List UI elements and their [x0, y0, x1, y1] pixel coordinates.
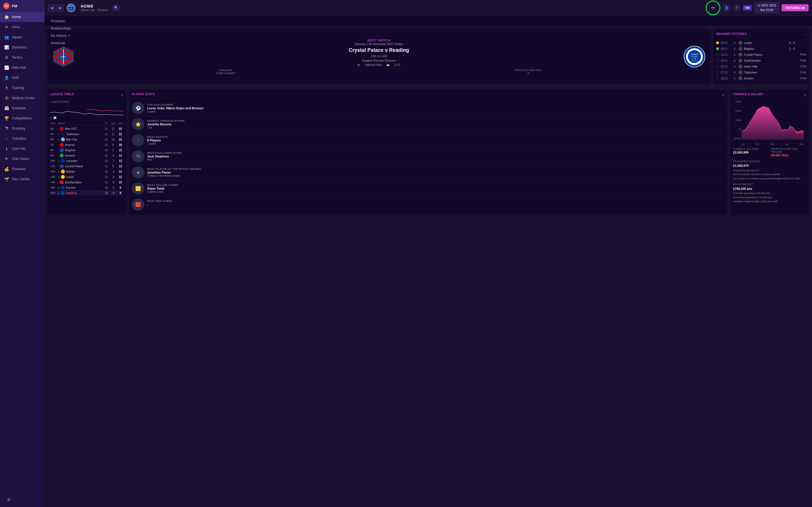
training-icon: 🏃 — [4, 86, 9, 91]
league-table-row[interactable]: 5th ▼ Tottenham 11 11 23 — [50, 131, 123, 137]
league-positions-label: League Positions — [50, 100, 123, 103]
stat-category: MOST ASSISTS — [147, 135, 406, 138]
player-stat-row[interactable]: 🟨 MOST YELLOW CARDS Dejan Tetek 6 yellow… — [132, 180, 406, 196]
sidebar-item-datahub[interactable]: 📈 Data Hub — [0, 62, 45, 73]
sidebar-label-scouting: Scouting — [12, 126, 41, 130]
table-position: 14th — [50, 181, 56, 184]
sidebar-item-staff[interactable]: 👤 Staff — [0, 73, 45, 83]
league-table-row[interactable]: 11th – Crystal Palace 11 0 12 — [50, 164, 123, 169]
table-position: 8th — [50, 149, 56, 152]
forward-button[interactable]: ▶ — [56, 4, 64, 11]
stat-info-6: MOST RED CARDS - - — [147, 200, 406, 209]
league-table-row[interactable]: 6th ▼ Man City 11 10 23 — [50, 137, 123, 142]
team-gd: -3 — [110, 170, 116, 173]
tab-relationships[interactable]: Relationships — [47, 25, 77, 32]
table-position: 10th — [50, 159, 56, 162]
player-stats-title[interactable]: PLAYER STATS — [132, 93, 155, 96]
league-table-row[interactable]: 13th ▲ Leeds 11 -4 12 — [50, 174, 123, 180]
sidebar-item-dynamics[interactable]: 📊 Dynamics — [0, 42, 45, 52]
main-content: CPFC NEXT MATCH Saturday 11th November 2… — [45, 26, 406, 253]
club-badge: READ ING FC 1871 — [66, 3, 76, 13]
stat-icon-0: ⚽ — [132, 102, 144, 114]
league-table-row[interactable]: 15th ▲ Everton 10 -2 9 — [50, 185, 123, 190]
table-position: 4th — [50, 127, 56, 130]
sidebar-item-competitions[interactable]: 🏆 Competitions — [0, 113, 45, 123]
player-stat-row[interactable]: ★ MOST PLAYER OF THE MATCH AWARDS Jonath… — [132, 165, 406, 180]
position-arrow: ▲ — [57, 186, 60, 189]
league-table-title[interactable]: LEAGUE TABLE — [50, 93, 74, 96]
sidebar-item-tactics[interactable]: ⚙ Tactics — [0, 52, 45, 62]
league-table-row[interactable]: 8th – Brighton 10 1 15 — [50, 148, 123, 153]
competitions-icon: 🏆 — [4, 116, 9, 121]
player-stat-row[interactable]: % BEST PASS COMPLETION Jack Stephens 95% — [132, 149, 406, 165]
team-gd: 9 — [110, 144, 116, 147]
position-arrow: ▼ — [57, 133, 60, 135]
sidebar-item-home[interactable]: 🏠 Home — [0, 12, 45, 22]
sidebar-nav: 🏠 Home ✉ Inbox 👥 Squad 📊 Dynamics ⚙ Tact… — [0, 12, 45, 184]
league-table-row[interactable]: 12th ▲ Wolves 11 -3 12 — [50, 169, 123, 174]
sidebar-item-inbox[interactable]: ✉ Inbox — [0, 22, 45, 32]
league-table-row[interactable]: 14th – Southampton 11 -8 10 — [50, 180, 123, 185]
team-badge — [61, 137, 65, 142]
league-table-collapse[interactable]: ∨ — [121, 93, 123, 97]
league-table-row[interactable]: 7th – Arsenal 11 9 20 — [50, 142, 123, 148]
stat-icon-6: 🟥 — [132, 198, 144, 211]
clubinfo-icon: ℹ — [4, 146, 9, 151]
team-played: 11 — [104, 144, 109, 147]
next-match-section: CPFC NEXT MATCH Saturday 11th November 2… — [47, 29, 406, 84]
sidebar-item-scouting[interactable]: 🔭 Scouting — [0, 123, 45, 133]
sidebar-item-devcentre[interactable]: 🌱 Dev. Centre — [0, 174, 45, 184]
stat-player-name: Lucas João, Håkon Evjen and Brenner — [147, 107, 406, 110]
player-stat-row[interactable]: 🟥 MOST RED CARDS - - — [132, 196, 406, 212]
sidebar-label-competitions: Competitions — [12, 116, 41, 120]
team-gd: 11 — [110, 133, 116, 136]
sidebar-item-squad[interactable]: 👥 Squad — [0, 32, 45, 42]
tab-notebook[interactable]: Notebook — [47, 40, 77, 47]
team-name: Brighton — [65, 149, 103, 152]
sidebar-item-schedule[interactable]: 📅 Schedule — [0, 103, 45, 113]
table-position: 11th — [50, 165, 56, 168]
table-position: 5th — [50, 133, 56, 135]
team-gd: 12 — [110, 127, 116, 130]
svg-text:ING FC: ING FC — [69, 8, 73, 9]
team-pts: 12 — [117, 170, 123, 173]
stat-player-name: Jack Stephens — [147, 155, 406, 158]
league-table-row[interactable]: 4th – Man UFC 11 12 23 — [50, 126, 123, 131]
search-button[interactable]: 🔍 — [112, 4, 120, 12]
team-played: 10 — [104, 159, 109, 163]
tab-my-history[interactable]: My History ▼ — [47, 32, 77, 40]
player-stat-row[interactable]: ↑ MOST ASSISTS 8 Players 1 assist — [132, 132, 406, 149]
sidebar-label-devcentre: Dev. Centre — [12, 177, 41, 181]
team-badge — [60, 154, 64, 158]
team-played: 11 — [104, 133, 109, 136]
league-table-section: LEAGUE TABLE ∨ League Positions 📊 POS TE… — [47, 90, 126, 215]
stat-info-2: MOST ASSISTS 8 Players 1 assist — [147, 135, 406, 145]
sidebar-item-training[interactable]: 🏃 Training — [0, 83, 45, 93]
league-positions-chart: 📊 — [50, 104, 123, 119]
team-played: 10 — [104, 191, 109, 194]
sidebar-item-transfers[interactable]: ↔ Transfers — [0, 133, 45, 144]
league-table-row[interactable]: 16th ▲ Reading 10 -9 9 — [50, 190, 123, 195]
stat-category: MOST RED CARDS — [147, 200, 406, 203]
sidebar-label-staff: Staff — [12, 76, 41, 80]
back-button[interactable]: ◀ — [48, 4, 55, 11]
team-name: Crystal Palace — [65, 165, 103, 168]
team-name: Tottenham — [66, 133, 103, 136]
stat-value: 7.02 — [147, 126, 406, 129]
league-table-row[interactable]: 10th ▲ Leicester 10 -7 13 — [50, 158, 123, 164]
sidebar-item-finances[interactable]: 💰 Finances — [0, 164, 45, 174]
player-stat-row[interactable]: ⭐ HIGHEST AVERAGE RATING Juninho Bacuna … — [132, 116, 406, 132]
stat-icon-1: ⭐ — [132, 118, 144, 130]
sidebar-item-clubvision[interactable]: 👁 Club Vision — [0, 154, 45, 164]
stat-player-name: Juninho Bacuna — [147, 122, 406, 126]
league-table-row[interactable]: 9th – Norwich 11 -6 13 — [50, 153, 123, 158]
stat-player-name: - — [147, 203, 406, 206]
tab-promises[interactable]: Promises — [47, 17, 77, 25]
team-badge — [61, 186, 65, 189]
player-stat-row[interactable]: ⚽ TOP GOALSCORER Lucas João, Håkon Evjen… — [132, 100, 406, 116]
sidebar-item-medical[interactable]: ➕ Medical Centre — [0, 93, 45, 103]
team-name: Reading — [66, 191, 103, 194]
team-badge — [60, 127, 64, 131]
sidebar-item-clubinfo[interactable]: ℹ Club Info — [0, 144, 45, 154]
match-date: Saturday 11th November 2023 (Today) — [76, 43, 406, 46]
